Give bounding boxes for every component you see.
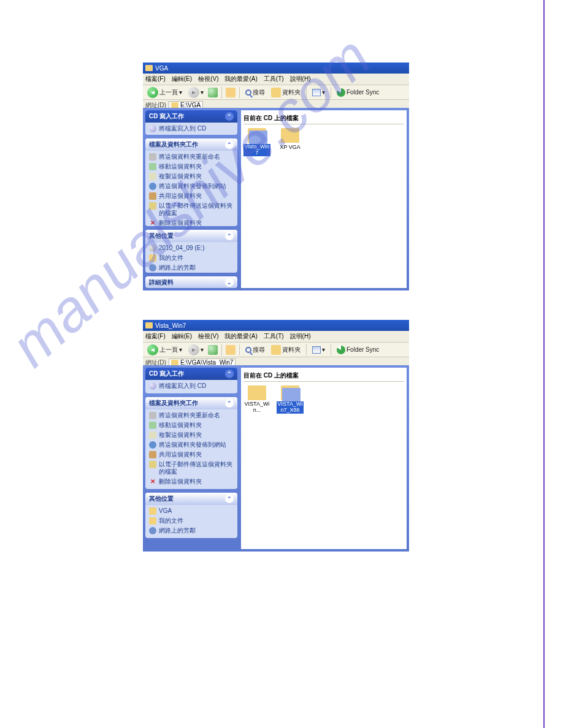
forward-button[interactable]: ► ▾ [186,344,205,356]
back-label: 上一頁 [159,88,178,97]
copy-icon [149,431,156,439]
folder-item[interactable]: VISTA_Win7_X86 [277,385,304,414]
task-label: 以電子郵件傳送這個資料夾的檔案 [159,461,234,476]
place-label: 網路上的芳鄰 [159,527,196,534]
place-network[interactable]: 網路上的芳鄰 [149,264,234,271]
folders-icon [271,88,281,97]
home-button[interactable] [226,88,236,97]
menu-tools[interactable]: 工具(T) [264,332,284,341]
task-write-cd[interactable]: 將檔案寫入到 CD [149,125,234,132]
titlebar[interactable]: Vista_Win7 [143,320,409,331]
panel-body: 將這個資料夾重新命名 移動這個資料夾 複製這個資料夾 將這個資料夾發佈到網站 共… [145,409,237,489]
menu-file[interactable]: 檔案(F) [145,75,166,83]
toolbar-separator [239,344,240,355]
menu-tools[interactable]: 工具(T) [264,75,284,83]
menu-edit[interactable]: 編輯(E) [172,75,192,83]
panel-header-cd[interactable]: CD 寫入工作 ⌃ [145,368,237,380]
task-label: 將這個資料夾重新命名 [159,412,220,419]
cd-icon [149,125,156,132]
panel-title: CD 寫入工作 [149,370,184,378]
back-button[interactable]: ◄ 上一頁 ▾ [145,86,184,99]
panel-header-cd[interactable]: CD 寫入工作 ⌃ [145,110,237,123]
up-button[interactable] [208,88,218,97]
panel-header-file[interactable]: 檔案及資料夾工作 ⌃ [145,397,237,409]
task-delete[interactable]: ✕刪除這個資料夾 [149,478,234,485]
task-rename[interactable]: 將這個資料夾重新命名 [149,412,234,419]
back-label: 上一頁 [159,346,178,354]
task-share[interactable]: 共用這個資料夾 [149,451,234,458]
folders-button[interactable]: 資料夾 [269,87,302,98]
search-button[interactable]: 搜尋 [243,88,267,97]
folders-label: 資料夾 [282,346,301,354]
task-label: 移動這個資料夾 [159,163,202,170]
share-icon [149,451,156,458]
up-button[interactable] [208,345,218,355]
menu-help[interactable]: 說明(H) [290,332,311,341]
menu-file[interactable]: 檔案(F) [145,332,166,341]
task-copy[interactable]: 複製這個資料夾 [149,431,234,439]
explorer-window-vista-win7: Vista_Win7 檔案(F) 編輯(E) 檢視(V) 我的最愛(A) 工具(… [143,320,409,552]
views-button[interactable]: ▾ [310,88,327,97]
back-button[interactable]: ◄ 上一頁 ▾ [145,344,184,356]
task-share[interactable]: 共用這個資料夾 [149,192,234,200]
task-rename[interactable]: 將這個資料夾重新命名 [149,153,234,161]
menu-view[interactable]: 檢視(V) [198,332,218,341]
task-email[interactable]: 以電子郵件傳送這個資料夾的檔案 [149,202,234,217]
task-label: 將這個資料夾重新命名 [159,153,220,161]
search-button[interactable]: 搜尋 [243,345,267,355]
content-pane[interactable]: 目前在 CD 上的檔案 Vista_Win7 XP VGA [241,110,407,288]
menu-help[interactable]: 說明(H) [290,75,311,83]
menu-favorites[interactable]: 我的最愛(A) [224,332,257,341]
folders-label: 資料夾 [282,88,301,97]
task-label: 將檔案寫入到 CD [159,382,206,390]
task-move[interactable]: 移動這個資料夾 [149,163,234,170]
place-drive[interactable]: 2010_04_09 (E:) [149,245,234,252]
panel-header-other[interactable]: 其他位置 ⌃ [145,493,237,505]
place-vga[interactable]: VGA [149,507,234,515]
panel-header-other[interactable]: 其他位置 ⌃ [145,230,237,242]
back-arrow-icon: ◄ [147,344,158,355]
drive-icon [149,245,156,252]
task-delete[interactable]: ✕刪除這個資料夾 [149,219,234,226]
folder-label: XP VGA [280,145,300,151]
task-label: 移動這個資料夾 [159,422,202,429]
place-label: VGA [159,507,172,515]
panel-cd-tasks: CD 寫入工作 ⌃ 將檔案寫入到 CD [145,110,237,135]
network-icon [149,527,156,534]
forward-button[interactable]: ► ▾ [186,86,205,99]
task-move[interactable]: 移動這個資料夾 [149,422,234,429]
menu-favorites[interactable]: 我的最愛(A) [224,75,257,83]
menu-edit[interactable]: 編輯(E) [172,332,192,341]
icon-grid: Vista_Win7 XP VGA [243,128,404,156]
titlebar[interactable]: VGA [143,63,409,74]
panel-header-details[interactable]: 詳細資料 ⌄ [145,276,237,288]
window-body: CD 寫入工作 ⌃ 將檔案寫入到 CD 檔案及資料夾工作 ⌃ 將這個資料夾重新命… [143,108,409,290]
folder-item[interactable]: VISTA_Win... [243,385,270,414]
task-label: 複製這個資料夾 [159,431,202,439]
section-header: 目前在 CD 上的檔案 [243,370,404,382]
folders-button[interactable]: 資料夾 [269,344,302,355]
task-email[interactable]: 以電子郵件傳送這個資料夾的檔案 [149,461,234,476]
task-label: 刪除這個資料夾 [159,478,202,485]
task-write-cd[interactable]: 將檔案寫入到 CD [149,382,234,390]
menu-view[interactable]: 檢視(V) [198,75,218,83]
task-publish[interactable]: 將這個資料夾發佈到網站 [149,441,234,449]
folder-item[interactable]: Vista_Win7 [243,128,270,156]
place-docs[interactable]: 我的文件 [149,517,234,525]
copy-icon [149,173,156,180]
home-button[interactable] [226,345,236,355]
chevron-up-icon: ⌃ [225,140,234,149]
task-publish[interactable]: 將這個資料夾發佈到網站 [149,183,234,190]
place-network[interactable]: 網路上的芳鄰 [149,527,234,534]
task-copy[interactable]: 複製這個資料夾 [149,173,234,180]
panel-header-file[interactable]: 檔案及資料夾工作 ⌃ [145,138,237,151]
toolbar-separator [221,344,222,355]
task-label: 將這個資料夾發佈到網站 [159,183,226,190]
content-pane[interactable]: 目前在 CD 上的檔案 VISTA_Win... VISTA_Win7_X86 [241,368,407,549]
foldersync-button[interactable]: Folder Sync [335,345,381,355]
views-button[interactable]: ▾ [310,346,327,354]
place-docs[interactable]: 我的文件 [149,254,234,262]
foldersync-button[interactable]: Folder Sync [335,88,381,97]
folder-icon [281,385,299,400]
folder-item[interactable]: XP VGA [277,128,304,156]
